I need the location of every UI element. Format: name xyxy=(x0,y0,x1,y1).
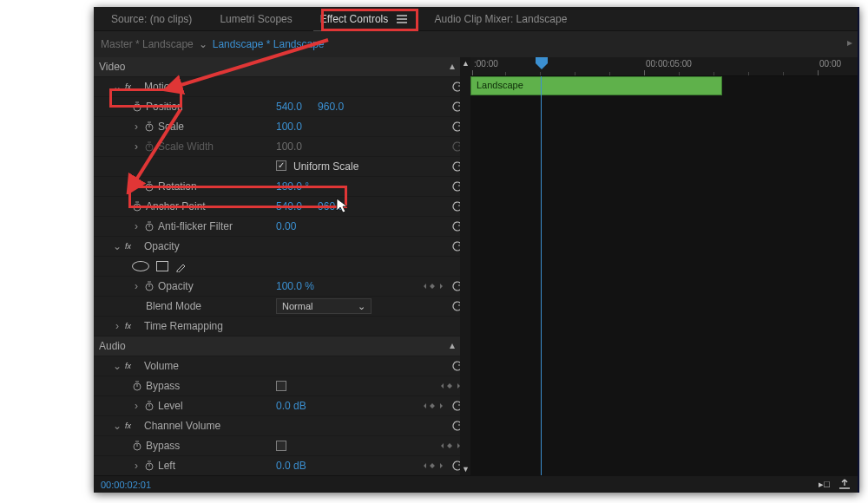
scroll-down-icon[interactable]: ▼ xyxy=(462,465,470,474)
keyframe-nav-icon[interactable] xyxy=(422,461,446,470)
tab-lumetri-scopes[interactable]: Lumetri Scopes xyxy=(207,10,304,29)
scale-value[interactable]: 100.0 xyxy=(276,121,302,133)
chevron-right-icon[interactable]: › xyxy=(132,121,141,133)
property-position-label: Position xyxy=(146,101,183,113)
section-video-label: Video xyxy=(94,61,276,73)
clip-name: Landscape xyxy=(477,80,523,90)
fx-badge-icon[interactable]: fx xyxy=(125,321,141,332)
channel-bypass-checkbox[interactable] xyxy=(276,441,286,451)
chevron-down-icon[interactable]: ⌄ xyxy=(113,360,122,372)
play-only-icon[interactable]: ▸□ xyxy=(819,479,830,491)
chevron-down-icon[interactable]: ⌄ xyxy=(199,38,207,50)
effect-opacity-label: Opacity xyxy=(144,240,180,252)
property-scale-width-label: Scale Width xyxy=(158,140,214,153)
property-uniform-scale: Uniform Scale xyxy=(94,157,470,177)
chevron-right-icon[interactable]: › xyxy=(132,280,141,292)
effect-time-remapping-label: Time Remapping xyxy=(144,320,223,332)
tab-audio-clip-mixer[interactable]: Audio Clip Mixer: Landscape xyxy=(423,10,580,29)
stopwatch-icon[interactable] xyxy=(144,181,155,192)
property-anchor-point: Anchor Point 540.0 960.0 xyxy=(94,197,470,217)
channel-left-value[interactable]: 0.0 dB xyxy=(276,460,306,472)
stopwatch-icon[interactable] xyxy=(144,121,155,132)
stopwatch-icon[interactable] xyxy=(144,401,155,411)
property-bypass-label: Bypass xyxy=(146,380,180,392)
fx-badge-icon[interactable]: fx xyxy=(125,82,141,93)
level-value[interactable]: 0.0 dB xyxy=(276,400,306,412)
effect-volume-row[interactable]: ⌄ fx Volume xyxy=(94,356,470,376)
stopwatch-icon[interactable] xyxy=(144,461,155,471)
section-audio-label: Audio xyxy=(94,340,276,352)
rotation-value[interactable]: 180.0 ° xyxy=(276,180,309,193)
effect-properties-panel: Video ▴ ⌄ fx Motion Position xyxy=(94,57,470,475)
anchor-x-value[interactable]: 540.0 xyxy=(276,200,302,212)
keyframe-nav-icon[interactable] xyxy=(422,282,446,291)
antiflicker-value[interactable]: 0.00 xyxy=(276,220,296,232)
fx-badge-icon[interactable]: fx xyxy=(125,421,141,432)
stopwatch-icon[interactable] xyxy=(144,281,155,291)
effect-channel-volume-label: Channel Volume xyxy=(144,420,220,432)
chevron-right-icon[interactable]: › xyxy=(132,400,141,412)
status-bar: 00:00:02:01 ▸□ xyxy=(94,475,858,493)
chevron-right-icon[interactable]: › xyxy=(132,180,141,193)
scroll-up-icon[interactable]: ▲ xyxy=(462,59,470,68)
scale-width-value: 100.0 xyxy=(276,140,302,153)
mask-ellipse-icon[interactable] xyxy=(132,261,149,271)
effect-motion-row[interactable]: ⌄ fx Motion xyxy=(94,77,470,97)
chevron-down-icon[interactable]: ⌄ xyxy=(113,240,122,252)
mask-pen-icon[interactable] xyxy=(175,260,187,272)
time-ruler[interactable]: :00:00 00:00:05:00 00:00 xyxy=(470,57,858,76)
position-y-value[interactable]: 960.0 xyxy=(318,101,344,113)
property-level-label: Level xyxy=(158,400,183,412)
effect-time-remapping-row[interactable]: › fx Time Remapping xyxy=(94,317,470,336)
property-volume-bypass: Bypass xyxy=(94,376,470,396)
collapse-up-icon[interactable]: ▴ xyxy=(450,60,455,72)
property-scale: › Scale 100.0 xyxy=(94,117,470,137)
go-to-playhead-icon[interactable]: ▸ xyxy=(847,36,852,49)
tab-effect-controls[interactable]: Effect Controls xyxy=(308,10,419,29)
anchor-y-value[interactable]: 960.0 xyxy=(318,200,344,212)
opacity-value[interactable]: 100.0 % xyxy=(276,280,314,292)
fx-badge-icon[interactable]: fx xyxy=(125,361,141,372)
tab-source[interactable]: Source: (no clips) xyxy=(99,10,204,29)
chevron-right-icon[interactable]: › xyxy=(132,460,141,472)
ruler-tick-label: 00:00:05:00 xyxy=(646,59,692,69)
clip-bar[interactable]: Landscape xyxy=(470,76,722,95)
effect-opacity-row[interactable]: ⌄ fx Opacity xyxy=(94,237,470,257)
property-opacity: › Opacity 100.0 % xyxy=(94,277,470,297)
stopwatch-icon[interactable] xyxy=(132,381,142,391)
property-blend-mode: Blend Mode Normal ⌄ xyxy=(94,297,470,317)
chevron-down-icon[interactable]: ⌄ xyxy=(113,81,122,93)
section-video: Video ▴ xyxy=(94,57,470,77)
property-anchor-label: Anchor Point xyxy=(146,200,206,212)
bypass-checkbox[interactable] xyxy=(276,381,286,391)
chevron-right-icon: › xyxy=(132,140,141,153)
stopwatch-icon[interactable] xyxy=(144,221,155,232)
property-channel-left: › Left 0.0 dB xyxy=(94,456,470,475)
export-frame-icon[interactable] xyxy=(838,479,851,491)
panel-menu-icon[interactable] xyxy=(397,13,407,25)
position-x-value[interactable]: 540.0 xyxy=(276,101,302,113)
scrollbar[interactable]: ▲ ▼ xyxy=(460,57,470,475)
stopwatch-icon[interactable] xyxy=(132,101,142,112)
ruler-tick-label: 00:00 xyxy=(819,59,841,69)
effect-channel-volume-row[interactable]: ⌄ fx Channel Volume xyxy=(94,416,470,436)
collapse-up-icon[interactable]: ▴ xyxy=(450,339,455,351)
chevron-right-icon[interactable]: › xyxy=(132,220,141,232)
clip-link[interactable]: Landscape * Landscape xyxy=(213,38,325,50)
chevron-right-icon[interactable]: › xyxy=(113,320,122,332)
fx-badge-icon[interactable]: fx xyxy=(125,241,141,252)
stopwatch-icon[interactable] xyxy=(132,201,142,212)
blend-mode-select[interactable]: Normal ⌄ xyxy=(276,298,372,314)
chevron-down-icon[interactable]: ⌄ xyxy=(113,420,122,432)
effect-volume-label: Volume xyxy=(144,360,179,372)
property-antiflicker-label: Anti-flicker Filter xyxy=(158,220,233,232)
timecode-display[interactable]: 00:00:02:01 xyxy=(101,480,151,490)
blend-mode-value: Normal xyxy=(282,301,312,311)
opacity-mask-row xyxy=(94,257,470,277)
keyframe-nav-icon[interactable] xyxy=(422,402,446,410)
stopwatch-icon[interactable] xyxy=(132,441,142,451)
playhead-line xyxy=(541,76,542,475)
playhead-icon[interactable] xyxy=(536,57,548,69)
mask-rect-icon[interactable] xyxy=(156,261,168,271)
uniform-scale-checkbox[interactable] xyxy=(276,160,286,171)
